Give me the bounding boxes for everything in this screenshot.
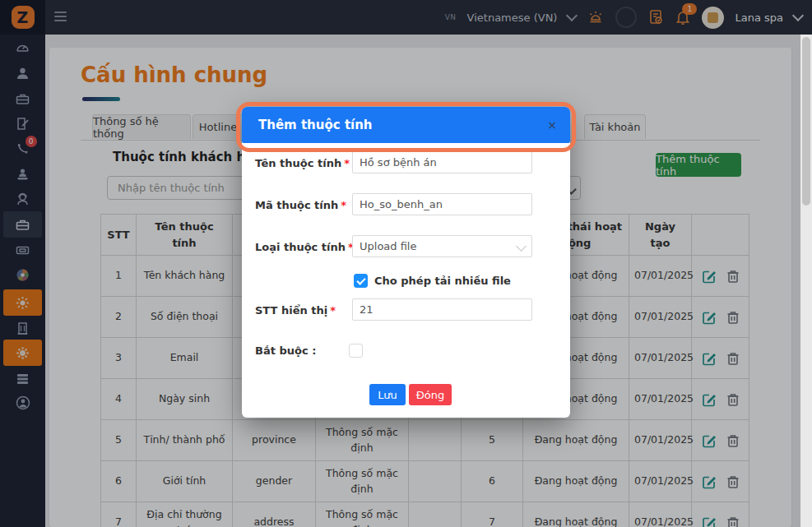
required-checkbox[interactable] (349, 344, 363, 358)
attribute-code-input[interactable] (352, 193, 532, 215)
save-button[interactable]: Lưu (369, 384, 406, 405)
close-button[interactable]: Đóng (409, 384, 452, 405)
scrollbar-thumb[interactable] (802, 37, 810, 206)
field-label-order: STT hiển thị* (255, 304, 336, 317)
page-scrollbar[interactable] (800, 35, 812, 527)
multi-file-checkbox[interactable] (354, 274, 368, 288)
required-asterisk: * (341, 199, 346, 211)
attribute-name-input[interactable] (352, 151, 532, 173)
display-order-input[interactable] (352, 298, 532, 321)
multi-file-label: Cho phép tải nhiều file (374, 275, 511, 287)
attribute-type-select[interactable] (352, 235, 532, 257)
field-label-required: Bắt buộc : (255, 344, 316, 357)
required-asterisk: * (344, 157, 350, 169)
field-label-type: Loại thuộc tính* (255, 241, 354, 253)
add-attribute-modal: Thêm thuộc tính × Tên thuộc tính* Mã thu… (242, 107, 570, 418)
field-label-code: Mã thuộc tính* (255, 199, 346, 211)
field-label-name: Tên thuộc tính* (255, 157, 350, 169)
required-asterisk: * (330, 304, 336, 317)
modal-title: Thêm thuộc tính (258, 107, 373, 143)
app-window: Z VN Vietnamese (VN) (0, 0, 812, 527)
modal-header: Thêm thuộc tính × (242, 107, 570, 143)
close-icon[interactable]: × (547, 107, 557, 143)
